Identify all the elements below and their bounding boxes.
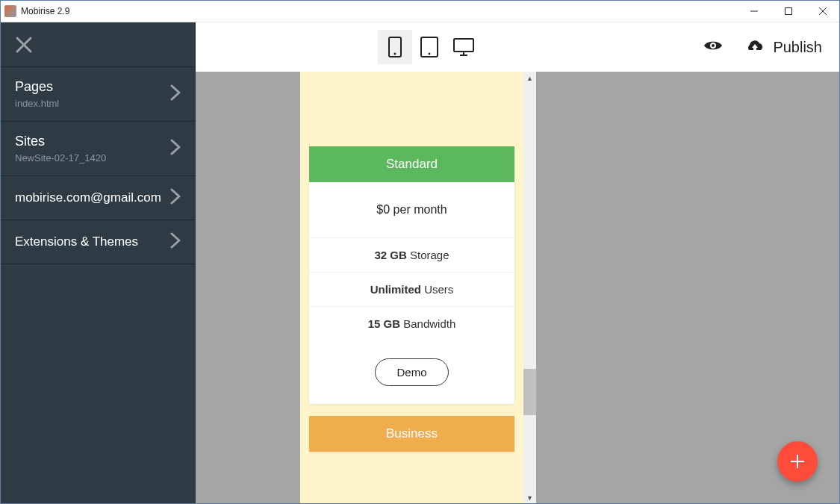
svg-point-14 [712, 44, 715, 47]
sidebar-item-extensions[interactable]: Extensions & Themes [0, 220, 196, 264]
window-titlebar: Mobirise 2.9 [0, 0, 840, 22]
pricing-feature[interactable]: 32 GB Storage [309, 237, 514, 272]
scrollbar[interactable]: ▲ ▼ [523, 72, 536, 504]
device-desktop-button[interactable] [447, 30, 481, 64]
sidebar-pages-sub: index.html [15, 98, 59, 109]
close-icon [15, 36, 33, 54]
cloud-upload-icon [744, 40, 765, 55]
preview-button[interactable] [703, 39, 724, 55]
sidebar-item-sites[interactable]: Sites NewSite-02-17_1420 [0, 122, 196, 176]
pricing-card-header[interactable]: Business [309, 416, 514, 452]
add-block-button[interactable] [777, 441, 818, 482]
topbar: Publish [196, 22, 840, 72]
demo-button[interactable]: Demo [375, 358, 448, 386]
pricing-feature[interactable]: Unlimited Users [309, 272, 514, 306]
pricing-card-price[interactable]: $0 per month [309, 182, 514, 237]
preview-frame: Standard $0 per month 32 GB Storage Unli… [300, 72, 536, 504]
window-close-button[interactable] [806, 0, 840, 22]
svg-point-9 [429, 53, 431, 55]
sidebar-sites-sub: NewSite-02-17_1420 [15, 152, 106, 164]
pricing-card-business: Business [309, 416, 514, 452]
scroll-thumb[interactable] [523, 369, 536, 415]
chevron-right-icon [170, 232, 181, 252]
window-maximize-button[interactable] [771, 0, 806, 22]
sidebar-account-title: mobirise.com@gmail.com [15, 190, 161, 205]
scroll-up-icon[interactable]: ▲ [523, 72, 536, 84]
svg-rect-10 [454, 39, 473, 52]
eye-icon [703, 39, 724, 52]
app-icon [4, 5, 16, 17]
plus-icon [789, 453, 806, 470]
window-title: Mobirise 2.9 [21, 6, 69, 16]
pricing-card-header[interactable]: Standard [309, 146, 514, 182]
device-tablet-button[interactable] [412, 30, 447, 64]
publish-label: Publish [773, 39, 822, 56]
pricing-card-standard: Standard $0 per month 32 GB Storage Unli… [309, 146, 514, 404]
svg-point-7 [394, 53, 396, 55]
sidebar-item-pages[interactable]: Pages index.html [0, 67, 196, 122]
sidebar-pages-title: Pages [15, 79, 59, 95]
chevron-right-icon [170, 139, 181, 158]
sidebar-extensions-title: Extensions & Themes [15, 234, 138, 249]
sidebar-close-button[interactable] [0, 22, 196, 67]
sidebar: Pages index.html Sites NewSite-02-17_142… [0, 22, 196, 504]
publish-button[interactable]: Publish [744, 39, 822, 56]
sidebar-item-account[interactable]: mobirise.com@gmail.com [0, 176, 196, 220]
svg-rect-1 [785, 7, 792, 14]
window-minimize-button[interactable] [737, 0, 771, 22]
chevron-right-icon [170, 188, 181, 208]
pricing-feature[interactable]: 15 GB Bandwidth [309, 306, 514, 340]
device-mobile-button[interactable] [378, 30, 412, 64]
mobile-icon [388, 36, 402, 58]
sidebar-sites-title: Sites [15, 134, 106, 149]
desktop-icon [452, 37, 475, 57]
canvas: Standard $0 per month 32 GB Storage Unli… [196, 72, 840, 504]
scroll-down-icon[interactable]: ▼ [523, 491, 536, 504]
tablet-icon [420, 36, 439, 58]
chevron-right-icon [170, 84, 181, 104]
